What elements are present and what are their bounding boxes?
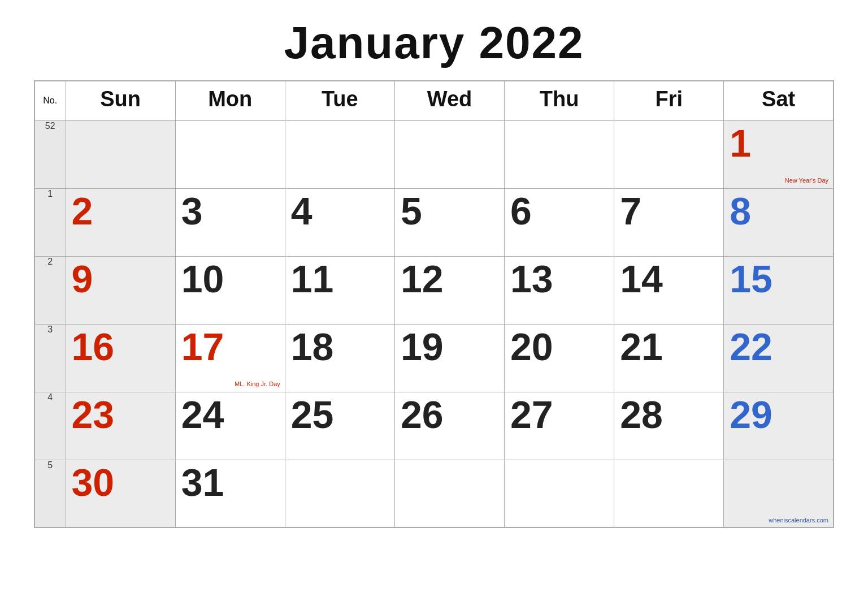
day-number-22: 22 [724,325,833,366]
day-cell-w2-d3: 12 [394,256,504,324]
day-number-27: 27 [505,392,614,434]
day-cell-w5-d6: wheniscalendars.com [724,460,834,527]
holiday-label-1: New Year's Day [785,177,828,184]
day-cell-w3-d2: 18 [285,324,394,392]
day-cell-w2-d5: 14 [614,256,724,324]
day-cell-w4-d6: 29 [724,392,834,460]
day-cell-w1-d3: 5 [394,188,504,256]
week-num-3: 3 [34,324,66,392]
day-number-6: 6 [505,189,614,230]
day-cell-w2-d0: 9 [66,256,175,324]
day-number-13: 13 [505,257,614,298]
day-cell-w5-d3 [394,460,504,527]
week-row-0: 521New Year's Day [34,120,834,188]
day-number-21: 21 [614,325,723,366]
day-cell-w2-d6: 15 [724,256,834,324]
day-cell-w3-d6: 22 [724,324,834,392]
day-cell-w0-d5 [614,120,724,188]
header-row: No. Sun Mon Tue Wed Thu Fri Sat [34,81,834,120]
watermark-link: wheniscalendars.com [769,517,828,524]
day-cell-w0-d1 [175,120,285,188]
week-row-3: 31617ML. King Jr. Day1819202122 [34,324,834,392]
header-thu: Thu [505,81,614,120]
day-cell-w1-d4: 6 [505,188,614,256]
day-number-25: 25 [285,392,394,434]
day-cell-w0-d3 [394,120,504,188]
day-cell-w3-d0: 16 [66,324,175,392]
day-cell-w4-d4: 27 [505,392,614,460]
day-cell-w1-d2: 4 [285,188,394,256]
day-cell-w5-d5 [614,460,724,527]
day-cell-w4-d0: 23 [66,392,175,460]
day-cell-w2-d2: 11 [285,256,394,324]
day-cell-w4-d1: 24 [175,392,285,460]
day-number-15: 15 [724,257,833,298]
week-num-1: 1 [34,188,66,256]
day-number-10: 10 [176,257,285,298]
day-cell-w1-d1: 3 [175,188,285,256]
week-row-4: 423242526272829 [34,392,834,460]
week-num-5: 5 [34,460,66,527]
day-number-3: 3 [176,189,285,230]
day-cell-w3-d3: 19 [394,324,504,392]
day-number-29: 29 [724,392,833,434]
day-number-5: 5 [395,189,504,230]
day-cell-w0-d4 [505,120,614,188]
day-number-31: 31 [176,460,285,501]
day-number-8: 8 [724,189,833,230]
day-cell-w1-d6: 8 [724,188,834,256]
week-num-2: 2 [34,256,66,324]
day-cell-w5-d2 [285,460,394,527]
day-number-2: 2 [66,189,175,230]
day-number-26: 26 [395,392,504,434]
day-cell-w3-d1: 17ML. King Jr. Day [175,324,285,392]
day-number-16: 16 [66,325,175,366]
week-row-2: 29101112131415 [34,256,834,324]
day-number-12: 12 [395,257,504,298]
day-cell-w1-d0: 2 [66,188,175,256]
holiday-label-17: ML. King Jr. Day [235,380,280,388]
header-mon: Mon [175,81,285,120]
day-cell-w5-d4 [505,460,614,527]
week-num-0: 52 [34,120,66,188]
day-number-1: 1 [724,121,833,162]
calendar-table: No. Sun Mon Tue Wed Thu Fri Sat 521New Y… [34,80,834,528]
day-number-20: 20 [505,325,614,366]
day-cell-w0-d0 [66,120,175,188]
day-number-14: 14 [614,257,723,298]
day-number-4: 4 [285,189,394,230]
header-tue: Tue [285,81,394,120]
day-number-11: 11 [285,257,394,298]
day-cell-w0-d2 [285,120,394,188]
day-number-23: 23 [66,392,175,434]
page-title: January 2022 [284,17,584,69]
day-number-17: 17 [176,325,285,366]
week-num-4: 4 [34,392,66,460]
header-sat: Sat [724,81,834,120]
day-number-9: 9 [66,257,175,298]
day-cell-w4-d5: 28 [614,392,724,460]
day-cell-w5-d0: 30 [66,460,175,527]
day-number-30: 30 [66,460,175,501]
day-cell-w0-d6: 1New Year's Day [724,120,834,188]
header-fri: Fri [614,81,724,120]
day-cell-w4-d3: 26 [394,392,504,460]
day-cell-w3-d5: 21 [614,324,724,392]
no-header: No. [34,81,66,120]
day-cell-w1-d5: 7 [614,188,724,256]
header-wed: Wed [394,81,504,120]
day-number-19: 19 [395,325,504,366]
week-row-5: 53031wheniscalendars.com [34,460,834,527]
day-cell-w2-d4: 13 [505,256,614,324]
day-cell-w2-d1: 10 [175,256,285,324]
day-number-7: 7 [614,189,723,230]
day-cell-w5-d1: 31 [175,460,285,527]
day-cell-w4-d2: 25 [285,392,394,460]
day-number-24: 24 [176,392,285,434]
week-row-1: 12345678 [34,188,834,256]
day-cell-w3-d4: 20 [505,324,614,392]
day-number-18: 18 [285,325,394,366]
header-sun: Sun [66,81,175,120]
day-number-28: 28 [614,392,723,434]
